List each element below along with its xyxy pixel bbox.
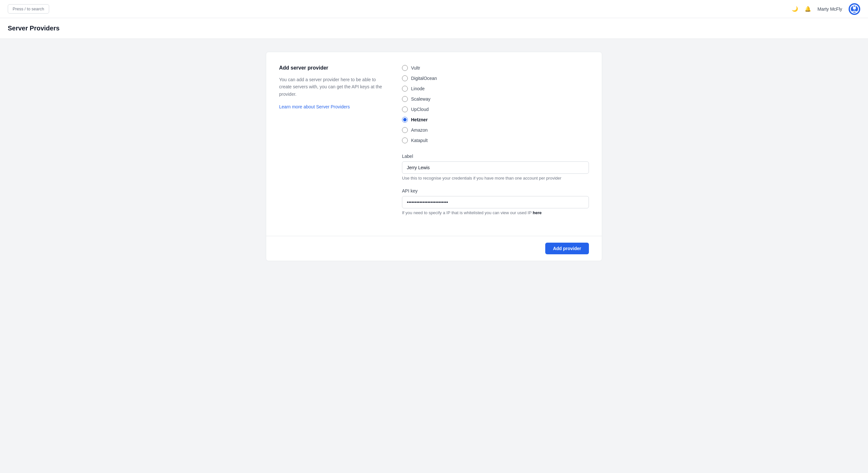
radio-label-linode: Linode — [411, 86, 425, 91]
page-title: Server Providers — [8, 25, 860, 32]
api-key-label: API key — [402, 188, 589, 194]
main-content: Add server provider You can add a server… — [0, 39, 868, 274]
radio-scaleway[interactable] — [402, 96, 408, 102]
radio-label-digitalocean: DigitalOcean — [411, 76, 437, 81]
radio-digitalocean[interactable] — [402, 76, 408, 81]
search-button-label: Press / to search — [12, 6, 44, 11]
add-provider-button[interactable]: Add provider — [545, 243, 589, 254]
learn-more-link[interactable]: Learn more about Server Providers — [279, 104, 350, 109]
api-key-form-group: API key If you need to specify a IP that… — [402, 188, 589, 215]
label-form-group: Label Use this to recognise your credent… — [402, 154, 589, 180]
card-body: Add server provider You can add a server… — [266, 52, 602, 236]
radio-item-katapult[interactable]: Katapult — [402, 138, 589, 143]
search-button[interactable]: Press / to search — [8, 4, 49, 13]
radio-item-linode[interactable]: Linode — [402, 86, 589, 92]
label-input[interactable] — [402, 161, 589, 174]
api-key-input[interactable] — [402, 196, 589, 208]
radio-item-scaleway[interactable]: Scaleway — [402, 96, 589, 102]
radio-label-hetzner: Hetzner — [411, 117, 428, 122]
api-key-hint-text: If you need to specify a IP that is whit… — [402, 210, 532, 215]
nav-right: Marty McFly — [792, 3, 860, 15]
radio-label-upcloud: UpCloud — [411, 107, 429, 112]
username-label: Marty McFly — [817, 6, 842, 12]
radio-item-amazon[interactable]: Amazon — [402, 127, 589, 133]
notifications-icon[interactable] — [805, 5, 811, 12]
radio-label-amazon: Amazon — [411, 127, 428, 132]
card-footer: Add provider — [266, 236, 602, 261]
radio-linode[interactable] — [402, 86, 408, 92]
topnav: Press / to search Marty McFly — [0, 0, 868, 18]
avatar-icon — [850, 4, 859, 13]
label-field-label: Label — [402, 154, 589, 159]
radio-label-vultr: Vultr — [411, 65, 420, 70]
avatar[interactable] — [848, 3, 860, 15]
dark-mode-icon[interactable] — [792, 5, 798, 12]
radio-upcloud[interactable] — [402, 107, 408, 112]
label-hint: Use this to recognise your credentials i… — [402, 176, 589, 180]
radio-label-scaleway: Scaleway — [411, 96, 430, 101]
add-provider-card: Add server provider You can add a server… — [266, 52, 602, 261]
card-right: Vultr DigitalOcean Linode Scaleway — [402, 65, 589, 223]
api-key-hint: If you need to specify a IP that is whit… — [402, 210, 589, 215]
radio-katapult[interactable] — [402, 138, 408, 143]
radio-item-hetzner[interactable]: Hetzner — [402, 117, 589, 123]
radio-item-vultr[interactable]: Vultr — [402, 65, 589, 71]
radio-vultr[interactable] — [402, 65, 408, 71]
provider-radio-list: Vultr DigitalOcean Linode Scaleway — [402, 65, 589, 143]
api-key-hint-link[interactable]: here — [533, 210, 541, 215]
radio-amazon[interactable] — [402, 127, 408, 133]
page-header: Server Providers — [0, 18, 868, 39]
add-provider-title: Add server provider — [279, 65, 382, 71]
radio-item-upcloud[interactable]: UpCloud — [402, 107, 589, 112]
add-provider-desc: You can add a server provider here to be… — [279, 76, 382, 98]
radio-hetzner[interactable] — [402, 117, 408, 123]
radio-label-katapult: Katapult — [411, 138, 428, 143]
radio-item-digitalocean[interactable]: DigitalOcean — [402, 76, 589, 81]
card-left: Add server provider You can add a server… — [279, 65, 382, 223]
